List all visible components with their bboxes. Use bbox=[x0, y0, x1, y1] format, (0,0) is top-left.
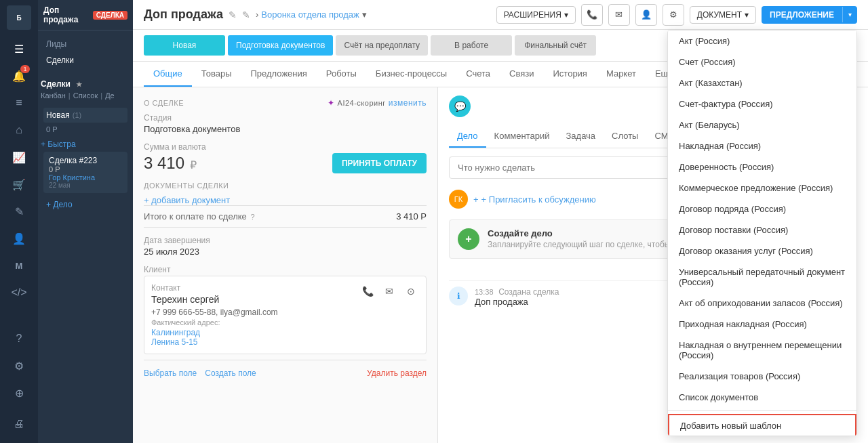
dropdown-item-13[interactable]: Приходная накладная (Россия) bbox=[668, 314, 856, 335]
dropdown-item-2[interactable]: Акт (Казахстан) bbox=[668, 72, 856, 93]
dropdown-item-16[interactable]: Список документов bbox=[668, 387, 856, 408]
dropdown-item-1[interactable]: Счет (Россия) bbox=[668, 51, 856, 72]
dropdown-item-6[interactable]: Доверенность (Россия) bbox=[668, 156, 856, 177]
dropdown-item-8[interactable]: Договор подряда (Россия) bbox=[668, 198, 856, 219]
dropdown-item-11[interactable]: Универсальный передаточный документ (Рос… bbox=[668, 261, 856, 293]
dropdown-item-4[interactable]: Акт (Беларусь) bbox=[668, 114, 856, 135]
dropdown-item-10[interactable]: Договор оказания услуг (Россия) bbox=[668, 240, 856, 261]
dropdown-item-15[interactable]: Реализация товаров (Россия) bbox=[668, 366, 856, 387]
dropdown-item-0[interactable]: Акт (Россия) bbox=[668, 30, 856, 51]
dropdown-overlay: Акт (Россия)Счет (Россия)Акт (Казахстан)… bbox=[0, 0, 868, 443]
dropdown-divider bbox=[668, 410, 856, 411]
dropdown-item-14[interactable]: Накладная о внутреннем перемещении (Росс… bbox=[668, 335, 856, 366]
dropdown-item-7[interactable]: Коммерческое предложение (Россия) bbox=[668, 177, 856, 198]
dropdown-item-9[interactable]: Договор поставки (Россия) bbox=[668, 219, 856, 240]
dropdown-item-3[interactable]: Счет-фактура (Россия) bbox=[668, 93, 856, 114]
document-dropdown-menu: Акт (Россия)Счет (Россия)Акт (Казахстан)… bbox=[667, 30, 857, 436]
dropdown-item-5[interactable]: Накладная (Россия) bbox=[668, 135, 856, 156]
dropdown-item-12[interactable]: Акт об оприходовании запасов (Россия) bbox=[668, 293, 856, 314]
dropdown-item-17[interactable]: Добавить новый шаблон bbox=[668, 414, 856, 436]
